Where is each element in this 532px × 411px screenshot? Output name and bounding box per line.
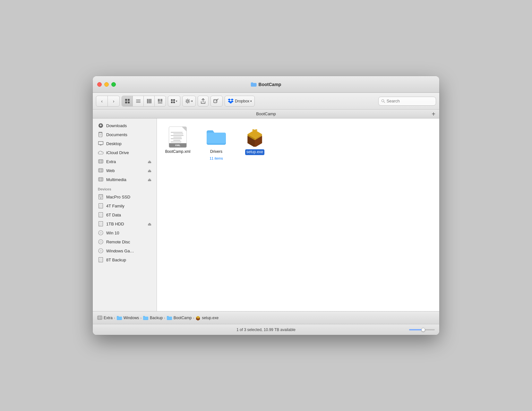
svg-rect-7 bbox=[147, 99, 148, 103]
close-button[interactable] bbox=[97, 82, 102, 87]
hdd-icon bbox=[98, 203, 104, 209]
sidebar-item-downloads[interactable]: Downloads bbox=[94, 121, 155, 130]
search-input[interactable] bbox=[387, 99, 433, 103]
view-icon-button[interactable] bbox=[122, 96, 133, 106]
sidebar-item-macpro[interactable]: MacPro SSD bbox=[94, 192, 155, 201]
svg-rect-11 bbox=[160, 99, 162, 102]
svg-rect-3 bbox=[128, 101, 130, 103]
breadcrumb-extra[interactable]: Extra bbox=[97, 316, 113, 320]
sidebar-item-win10[interactable]: Win 10 bbox=[94, 228, 155, 237]
breadcrumb-arrow: › bbox=[193, 316, 194, 320]
svg-point-59 bbox=[100, 224, 101, 224]
sidebar-label: 4T Family bbox=[106, 204, 124, 208]
share-icon bbox=[201, 98, 206, 104]
breadcrumb-bootcamp[interactable]: BootCamp bbox=[167, 316, 192, 320]
devices-section-label: Devices bbox=[93, 184, 157, 192]
xml-lines bbox=[169, 130, 186, 143]
svg-rect-14 bbox=[173, 99, 175, 101]
breadcrumb-setup[interactable]: setup.exe bbox=[195, 315, 219, 320]
breadcrumb-bar: Extra › Windows › Backup › bbox=[93, 311, 439, 324]
xml-file-icon: XML bbox=[169, 127, 187, 148]
view-gallery-button[interactable] bbox=[155, 96, 166, 106]
chevron-right-icon: › bbox=[113, 99, 115, 104]
hdd3-icon bbox=[98, 221, 104, 227]
sidebar-label: iCloud Drive bbox=[106, 150, 129, 155]
action-button[interactable]: ▾ bbox=[182, 96, 196, 107]
file-item-setup[interactable]: setup.exe bbox=[240, 125, 269, 157]
chevron-left-icon: ‹ bbox=[101, 99, 103, 104]
breadcrumb-label: setup.exe bbox=[202, 316, 219, 320]
slider-track bbox=[409, 329, 435, 330]
sidebar-item-remote[interactable]: Remote Disc bbox=[94, 237, 155, 246]
sidebar-item-multimedia[interactable]: Multimedia ⏏ bbox=[94, 175, 155, 184]
slider-thumb[interactable] bbox=[421, 328, 425, 332]
file-sublabel: 11 items bbox=[210, 156, 223, 160]
network-multimedia-icon bbox=[98, 177, 104, 182]
add-button[interactable]: + bbox=[432, 111, 435, 117]
search-box[interactable] bbox=[378, 97, 436, 106]
breadcrumb-label: Extra bbox=[104, 316, 113, 320]
eject-icon[interactable]: ⏏ bbox=[148, 159, 151, 164]
maximize-button[interactable] bbox=[111, 82, 116, 87]
eject-icon[interactable]: ⏏ bbox=[148, 177, 151, 182]
file-item-xml[interactable]: XML BootCamp.xml bbox=[163, 125, 192, 156]
dropbox-button[interactable]: Dropbox ▾ bbox=[225, 96, 255, 107]
folder-icon bbox=[251, 82, 257, 87]
folder-bc3-icon bbox=[167, 316, 172, 320]
share-button[interactable] bbox=[198, 96, 209, 107]
exe-icon-wrap bbox=[245, 127, 265, 147]
ssd-icon bbox=[98, 194, 104, 200]
sidebar-item-winga[interactable]: Windows Ga… bbox=[94, 246, 155, 255]
svg-point-69 bbox=[100, 250, 101, 251]
svg-line-21 bbox=[384, 102, 385, 103]
sidebar-label: Web bbox=[106, 168, 115, 173]
gear-icon bbox=[185, 99, 190, 104]
file-name: Drivers bbox=[210, 149, 222, 154]
sidebar-item-extra[interactable]: Extra ⏏ bbox=[94, 157, 155, 166]
view-list-button[interactable] bbox=[133, 96, 144, 106]
sidebar-item-icloud[interactable]: iCloud Drive bbox=[94, 148, 155, 157]
svg-point-66 bbox=[100, 241, 101, 242]
file-name: setup.exe bbox=[245, 149, 264, 155]
sidebar-item-web[interactable]: Web ⏏ bbox=[94, 166, 155, 175]
svg-rect-13 bbox=[171, 99, 173, 101]
tag-icon bbox=[213, 99, 220, 104]
window-title: BootCamp bbox=[259, 82, 281, 87]
back-button[interactable]: ‹ bbox=[96, 96, 108, 106]
forward-button[interactable]: › bbox=[108, 96, 119, 106]
svg-rect-9 bbox=[150, 99, 151, 103]
svg-point-51 bbox=[100, 206, 101, 206]
sidebar-item-4t[interactable]: 4T Family bbox=[94, 201, 155, 210]
svg-point-56 bbox=[99, 216, 100, 217]
eject-icon[interactable]: ⏏ bbox=[148, 222, 151, 226]
breadcrumb-windows[interactable]: Windows bbox=[116, 316, 139, 320]
sidebar-item-documents[interactable]: Documents bbox=[94, 130, 155, 139]
network-web-icon bbox=[98, 168, 104, 173]
sidebar-item-desktop[interactable]: Desktop bbox=[94, 139, 155, 148]
sidebar-item-8t[interactable]: 8T Backup bbox=[94, 255, 155, 264]
svg-point-63 bbox=[100, 232, 101, 233]
svg-rect-2 bbox=[125, 101, 127, 103]
zoom-slider[interactable] bbox=[409, 329, 435, 330]
pathbar: BootCamp + bbox=[93, 109, 439, 118]
tag-button[interactable] bbox=[210, 96, 223, 107]
svg-point-19 bbox=[215, 100, 215, 101]
breadcrumb-backup[interactable]: Backup bbox=[143, 316, 163, 320]
view-columns-button[interactable] bbox=[144, 96, 155, 106]
breadcrumb-label: Backup bbox=[150, 316, 163, 320]
dropbox-icon bbox=[227, 99, 234, 104]
dropbox-logo-icon bbox=[228, 99, 234, 104]
sidebar-item-6t[interactable]: 6T Data bbox=[94, 210, 155, 219]
view-combo-button[interactable]: ▾ bbox=[168, 96, 180, 106]
desktop-icon bbox=[98, 141, 104, 146]
network-bc-icon bbox=[97, 316, 102, 320]
sidebar-item-1tb[interactable]: 1TB HDD ⏏ bbox=[94, 219, 155, 228]
svg-rect-36 bbox=[99, 169, 103, 172]
exe-bc-icon bbox=[195, 315, 201, 320]
svg-rect-80 bbox=[98, 316, 102, 319]
file-item-drivers[interactable]: Drivers 11 items bbox=[202, 125, 231, 162]
minimize-button[interactable] bbox=[104, 82, 109, 87]
eject-icon[interactable]: ⏏ bbox=[148, 168, 151, 173]
search-icon bbox=[381, 99, 385, 103]
breadcrumb-arrow: › bbox=[164, 316, 165, 320]
